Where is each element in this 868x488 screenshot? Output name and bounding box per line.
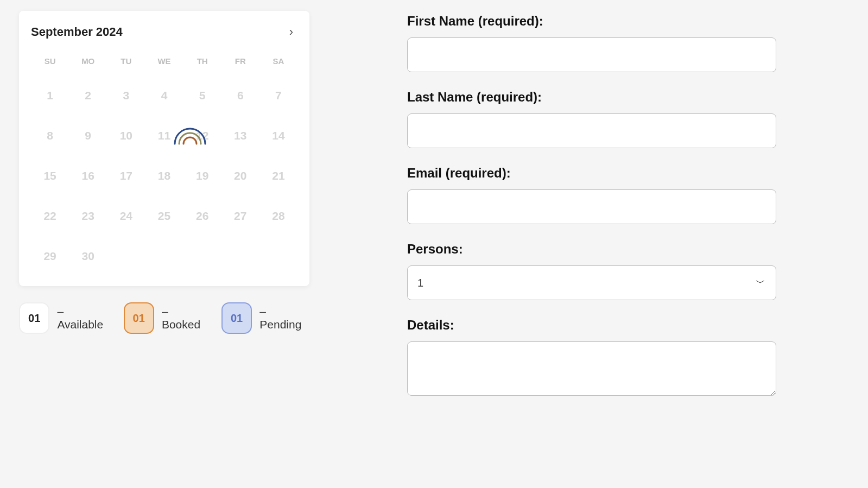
- day-cell[interactable]: 2: [69, 75, 107, 116]
- calendar-card: September 2024 › SU MO TU WE TH FR SA 1 …: [19, 11, 309, 286]
- legend-available-label: – Available: [57, 305, 110, 331]
- persons-label: Persons:: [407, 242, 776, 257]
- day-cell[interactable]: 24: [107, 196, 145, 236]
- first-name-input[interactable]: [407, 37, 776, 72]
- legend: 01 – Available 01 – Booked 01 – Pending: [19, 302, 309, 334]
- first-name-label: First Name (required):: [407, 14, 776, 29]
- last-name-input[interactable]: [407, 113, 776, 148]
- dow-tu: TU: [107, 51, 145, 75]
- day-cell[interactable]: 8: [31, 116, 69, 156]
- dow-fr: FR: [221, 51, 259, 75]
- day-cell[interactable]: 18: [145, 156, 183, 196]
- legend-pending: 01 – Pending: [221, 302, 309, 334]
- legend-pending-label: – Pending: [259, 305, 309, 331]
- email-label: Email (required):: [407, 166, 776, 181]
- day-cell[interactable]: 26: [183, 196, 221, 236]
- day-cell[interactable]: 9: [69, 116, 107, 156]
- day-cell[interactable]: 10: [107, 116, 145, 156]
- day-cell[interactable]: 1: [31, 75, 69, 116]
- chevron-right-icon: ›: [289, 25, 293, 39]
- day-cell[interactable]: 4: [145, 75, 183, 116]
- last-name-label: Last Name (required):: [407, 90, 776, 105]
- day-cell[interactable]: 16: [69, 156, 107, 196]
- day-cell[interactable]: 7: [259, 75, 297, 116]
- day-cell[interactable]: 6: [221, 75, 259, 116]
- day-cell[interactable]: 11: [145, 116, 183, 156]
- details-textarea[interactable]: [407, 341, 776, 396]
- details-label: Details:: [407, 318, 776, 333]
- email-input[interactable]: [407, 189, 776, 224]
- legend-booked-badge: 01: [124, 302, 154, 334]
- legend-booked-label: – Booked: [162, 305, 208, 331]
- calendar-title: September 2024: [31, 25, 123, 39]
- day-cell[interactable]: 28: [259, 196, 297, 236]
- dow-sa: SA: [259, 51, 297, 75]
- dow-su: SU: [31, 51, 69, 75]
- day-cell[interactable]: 15: [31, 156, 69, 196]
- day-cell[interactable]: 29: [31, 236, 69, 276]
- legend-available: 01 – Available: [19, 302, 111, 334]
- day-cell[interactable]: 22: [31, 196, 69, 236]
- day-cell[interactable]: 13: [221, 116, 259, 156]
- day-cell[interactable]: 19: [183, 156, 221, 196]
- day-cell[interactable]: 17: [107, 156, 145, 196]
- day-cell[interactable]: 30: [69, 236, 107, 276]
- day-cell[interactable]: 23: [69, 196, 107, 236]
- dow-we: WE: [145, 51, 183, 75]
- legend-pending-badge: 01: [221, 302, 252, 334]
- dow-th: TH: [183, 51, 221, 75]
- day-cell[interactable]: 12: [183, 116, 221, 156]
- calendar-next-button[interactable]: ›: [285, 23, 297, 41]
- day-cell[interactable]: 3: [107, 75, 145, 116]
- legend-available-badge: 01: [19, 302, 49, 334]
- persons-select[interactable]: 1: [407, 265, 776, 300]
- day-cell[interactable]: 20: [221, 156, 259, 196]
- day-cell[interactable]: 14: [259, 116, 297, 156]
- day-cell[interactable]: 21: [259, 156, 297, 196]
- day-cell[interactable]: 5: [183, 75, 221, 116]
- legend-booked: 01 – Booked: [124, 302, 208, 334]
- calendar-grid: SU MO TU WE TH FR SA 1 2 3 4 5 6 7 8 9 1…: [31, 51, 297, 276]
- day-cell[interactable]: 25: [145, 196, 183, 236]
- day-cell[interactable]: 27: [221, 196, 259, 236]
- dow-mo: MO: [69, 51, 107, 75]
